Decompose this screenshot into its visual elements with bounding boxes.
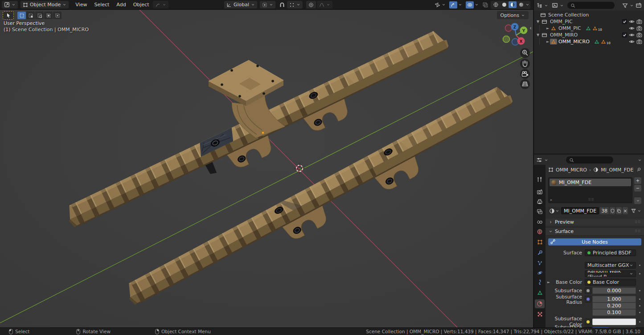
transform-extra-dropdown[interactable]: [153, 1, 168, 8]
tab-tool[interactable]: [535, 175, 545, 184]
select-mode-extend[interactable]: [26, 12, 35, 19]
viewport-canvas[interactable]: Z Y X: [0, 10, 533, 327]
camera-icon[interactable]: [636, 19, 642, 25]
use-nodes-button[interactable]: Use Nodes: [548, 238, 641, 245]
select-mode-set[interactable]: [17, 12, 26, 19]
menu-object[interactable]: Object: [130, 2, 152, 8]
tab-texture[interactable]: [535, 310, 545, 319]
pan-hand-button[interactable]: [520, 59, 530, 69]
resize-grip-icon[interactable]: ⠿⠿: [588, 198, 595, 202]
radius-y-field[interactable]: 0.200: [592, 302, 636, 309]
panel-surface-header[interactable]: Surface ⠿⠿: [546, 227, 644, 236]
snap-settings-dropdown[interactable]: [287, 1, 303, 8]
proportional-falloff-dropdown[interactable]: [317, 1, 332, 8]
sidebar-toggle-arrow[interactable]: ‹: [529, 25, 533, 32]
outliner-editor-icon[interactable]: [536, 2, 542, 8]
outliner-row-collection-omm-pic[interactable]: ▼ OMM_PIC: [534, 18, 644, 25]
browse-material-button[interactable]: [548, 207, 560, 214]
show-gizmo-toggle[interactable]: [448, 1, 464, 8]
axis-z-handle[interactable]: Z: [511, 23, 519, 31]
color-socket-chip[interactable]: [585, 319, 591, 325]
editor-type-button[interactable]: [2, 1, 18, 8]
options-dropdown[interactable]: Options: [497, 11, 529, 19]
pivot-point-dropdown[interactable]: [260, 1, 275, 8]
tab-physics[interactable]: [535, 268, 545, 277]
copy-material-button[interactable]: [616, 207, 621, 214]
show-overlays-toggle[interactable]: [464, 1, 480, 8]
radius-x-field[interactable]: 1.000: [592, 296, 636, 302]
axis-y-handle[interactable]: Y: [520, 27, 528, 34]
disclosure-closed-icon[interactable]: ►: [546, 40, 550, 44]
select-mode-invert[interactable]: [44, 12, 53, 19]
shading-rendered-button[interactable]: [517, 1, 525, 8]
shading-wireframe-button[interactable]: [492, 1, 500, 8]
fake-user-button[interactable]: [610, 207, 615, 214]
tab-constraints[interactable]: [535, 278, 545, 286]
outliner-row-object-omm-pic[interactable]: ► OMM_PIC 10: [534, 25, 644, 32]
select-mode-intersect[interactable]: [53, 12, 62, 19]
shading-solid-button[interactable]: [500, 1, 508, 8]
chevron-down-icon[interactable]: [638, 158, 642, 162]
unlink-button[interactable]: ×: [623, 207, 628, 214]
value-socket-chip[interactable]: [585, 287, 591, 294]
eye-icon[interactable]: [629, 32, 635, 38]
tab-particles[interactable]: [535, 258, 545, 267]
add-slot-button[interactable]: +: [634, 177, 641, 184]
pin-icon[interactable]: [636, 167, 641, 172]
filter-icon[interactable]: [622, 3, 628, 8]
tab-render[interactable]: [535, 188, 545, 196]
decorator-dot[interactable]: [639, 321, 640, 323]
tab-scene[interactable]: [535, 217, 545, 226]
disclosure-open-icon[interactable]: ▼: [536, 20, 540, 24]
menu-select[interactable]: Select: [91, 2, 112, 8]
tab-object-data[interactable]: [535, 288, 545, 297]
outliner-row-collection-omm-miro[interactable]: ▼ OMM_MIRO: [534, 32, 644, 38]
properties-editor-icon[interactable]: [536, 157, 542, 163]
menu-view[interactable]: View: [72, 2, 90, 8]
material-name-field[interactable]: MI_OMM_FDE: [561, 207, 599, 214]
base-color-field[interactable]: Base Color: [585, 279, 636, 286]
slot-specials-button[interactable]: [634, 197, 641, 204]
camera-icon[interactable]: [636, 32, 642, 38]
shading-material-preview-button[interactable]: [509, 1, 517, 8]
link-material-icon[interactable]: [631, 208, 636, 214]
expand-icon[interactable]: ▸: [550, 198, 552, 202]
distribution-dropdown[interactable]: Multiscatter GGX: [585, 262, 636, 269]
snap-magnet-icon[interactable]: [279, 2, 285, 8]
breadcrumb-material[interactable]: MI_OMM_FDE: [601, 167, 633, 173]
users-count-button[interactable]: 38: [600, 207, 609, 214]
remove-slot-button[interactable]: −: [634, 185, 641, 192]
select-mode-subtract[interactable]: [35, 12, 44, 19]
mode-dropdown[interactable]: Object Mode: [21, 1, 69, 8]
subsurface-value-field[interactable]: 0.000: [592, 287, 636, 294]
vector-socket-chip[interactable]: [585, 296, 591, 302]
outliner-row-scene-collection[interactable]: Scene Collection: [534, 12, 644, 18]
subsurface-color-swatch[interactable]: [592, 319, 636, 325]
checkbox-icon[interactable]: [622, 33, 627, 37]
camera-view-button[interactable]: [520, 69, 530, 79]
checkbox-icon[interactable]: [622, 19, 627, 24]
panel-preview-header[interactable]: Preview ⠿⠿: [546, 218, 644, 226]
tab-world[interactable]: [535, 227, 545, 236]
material-slot-list[interactable]: MI_OMM_FDE ▸ ⠿⠿: [548, 177, 632, 203]
object-type-visibility-dropdown[interactable]: [433, 1, 447, 8]
proportional-editing-toggle[interactable]: [306, 1, 316, 8]
breadcrumb-object[interactable]: OMM_MICRO: [556, 167, 587, 173]
tab-view-layer[interactable]: [535, 207, 545, 216]
eye-icon[interactable]: [629, 39, 635, 45]
eye-icon[interactable]: [629, 25, 635, 31]
axis-x-handle[interactable]: X: [517, 37, 525, 45]
outliner-search-input[interactable]: [567, 2, 615, 9]
outliner-row-object-omm-micro[interactable]: ► OMM_MICRO 10: [534, 38, 644, 45]
decorator-dot[interactable]: [639, 305, 640, 306]
menu-add[interactable]: Add: [113, 2, 129, 8]
decorator-dot[interactable]: [639, 312, 640, 313]
camera-icon[interactable]: [636, 25, 642, 31]
viewport-3d[interactable]: Object Mode View Select Add Object Globa…: [0, 0, 533, 327]
radius-z-field[interactable]: 0.100: [592, 309, 636, 316]
tab-output[interactable]: [535, 197, 545, 206]
camera-icon[interactable]: [636, 39, 642, 45]
tab-material[interactable]: [535, 299, 545, 308]
axis-neg-y-handle[interactable]: [503, 36, 510, 43]
axis-neg-x-handle[interactable]: [505, 25, 512, 32]
